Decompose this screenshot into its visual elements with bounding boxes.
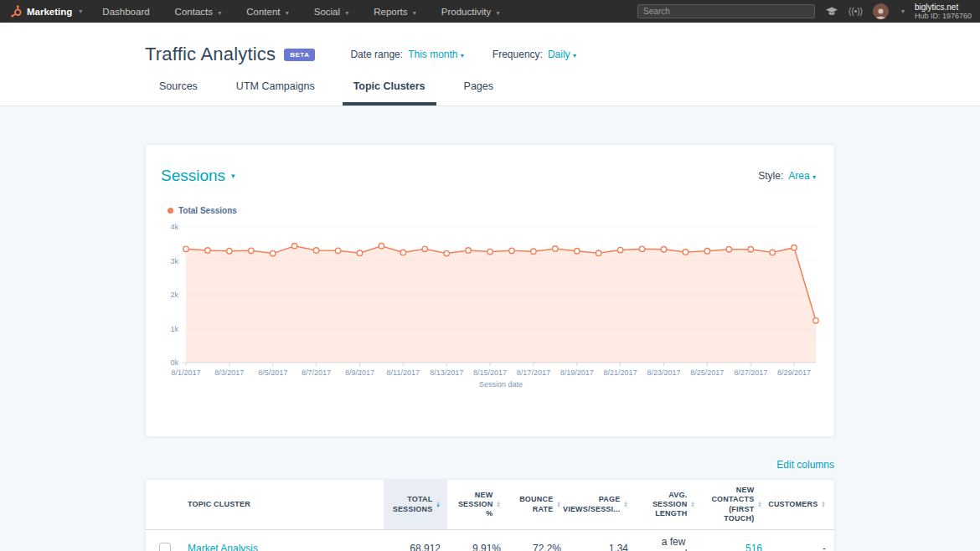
page-title: Traffic Analytics [145, 44, 276, 65]
nav-item-reports[interactable]: Reports ▾ [374, 7, 416, 17]
topic-clusters-table: TOPIC CLUSTER TOTAL SESSIONS▲▼ NEW SESSI… [145, 479, 835, 551]
account-info[interactable]: biglytics.net Hub ID: 1976760 [915, 3, 972, 21]
svg-text:8/19/2017: 8/19/2017 [560, 368, 594, 377]
svg-text:8/15/2017: 8/15/2017 [473, 368, 507, 377]
tab-utm-campaigns[interactable]: UTM Campaigns [225, 80, 326, 106]
tab-bar: Sources UTM Campaigns Topic Clusters Pag… [148, 80, 980, 106]
column-header-customers[interactable]: CUSTOMERS▲▼ [769, 480, 833, 529]
sort-icons: ▲▼ [821, 502, 826, 507]
topic-cluster-link[interactable]: Market Analysis [188, 543, 258, 551]
svg-text:1k: 1k [170, 325, 178, 333]
top-nav: Marketing ▾ Dashboard Contacts ▾ Content… [0, 0, 980, 23]
svg-text:8/25/2017: 8/25/2017 [690, 368, 724, 377]
svg-text:Session date: Session date [479, 380, 523, 389]
sessions-chart-card: Sessions ▾ Style: Area ▾ Total Sessions … [145, 144, 835, 437]
svg-text:3k: 3k [170, 257, 178, 265]
style-select[interactable]: Area ▾ [788, 170, 816, 182]
account-hub-id: Hub ID: 1976760 [915, 12, 972, 20]
chevron-down-icon[interactable]: ▾ [901, 8, 905, 15]
metric-selector[interactable]: Sessions ▾ [161, 167, 821, 185]
svg-text:8/29/2017: 8/29/2017 [777, 368, 811, 377]
column-header-total-sessions[interactable]: TOTAL SESSIONS▲▼ [384, 480, 447, 529]
sort-icons: ▲▼ [496, 502, 501, 507]
user-avatar[interactable] [873, 3, 889, 19]
frequency-select[interactable]: Daily ▾ [548, 49, 576, 60]
legend-dot-icon [168, 208, 173, 214]
total-sessions-value: 68,912 [384, 530, 447, 551]
svg-text:8/3/2017: 8/3/2017 [214, 368, 244, 377]
nav-item-dashboard[interactable]: Dashboard [102, 7, 149, 17]
sort-icons: ▲▼ [757, 502, 762, 507]
brand-menu[interactable]: Marketing ▾ [10, 5, 82, 18]
page-header: Traffic Analytics BETA Date range: This … [0, 23, 980, 106]
tab-topic-clusters[interactable]: Topic Clusters [343, 80, 436, 106]
hubspot-logo-icon [10, 5, 23, 18]
academy-icon[interactable] [825, 7, 838, 17]
customers-value: - [769, 530, 833, 551]
search-input[interactable] [637, 4, 815, 18]
nav-item-contacts[interactable]: Contacts ▾ [175, 7, 222, 17]
svg-text:8/9/2017: 8/9/2017 [345, 368, 374, 377]
main-content: Sessions ▾ Style: Area ▾ Total Sessions … [0, 106, 980, 551]
svg-text:8/7/2017: 8/7/2017 [302, 368, 331, 377]
sessions-area-chart: 0k1k2k3k4k8/1/20178/3/20178/5/20178/7/20… [159, 219, 821, 399]
svg-text:8/5/2017: 8/5/2017 [258, 368, 287, 377]
table-header-row: TOPIC CLUSTER TOTAL SESSIONS▲▼ NEW SESSI… [146, 480, 834, 530]
row-checkbox[interactable] [159, 543, 171, 551]
svg-text:8/11/2017: 8/11/2017 [387, 368, 420, 377]
chevron-down-icon: ▾ [231, 172, 235, 180]
date-range-control: Date range: This month ▾ [350, 49, 463, 60]
svg-text:4k: 4k [170, 223, 178, 231]
header-checkbox-cell [146, 480, 181, 529]
date-range-label: Date range: [350, 49, 403, 60]
legend-label: Total Sessions [178, 206, 237, 215]
nav-item-productivity[interactable]: Productivity ▾ [441, 7, 500, 17]
frequency-label: Frequency: [493, 49, 543, 60]
column-header-page-views[interactable]: PAGE VIEWS/SESSI...▲▼ [568, 480, 635, 529]
brand-label: Marketing [27, 7, 72, 17]
chart-legend[interactable]: Total Sessions [168, 206, 821, 215]
date-range-select[interactable]: This month ▾ [408, 49, 464, 60]
svg-text:8/27/2017: 8/27/2017 [734, 368, 767, 377]
chart-style-control: Style: Area ▾ [758, 170, 816, 182]
svg-text:8/23/2017: 8/23/2017 [647, 368, 680, 377]
svg-text:0k: 0k [170, 358, 178, 367]
svg-text:8/21/2017: 8/21/2017 [604, 368, 637, 377]
svg-text:8/1/2017: 8/1/2017 [171, 368, 200, 377]
nav-item-content[interactable]: Content ▾ [246, 7, 289, 17]
chevron-down-icon: ▾ [812, 173, 816, 181]
edit-columns-link[interactable]: Edit columns [776, 459, 834, 471]
account-domain: biglytics.net [915, 3, 972, 13]
bounce-rate-value: 72.2% [508, 530, 568, 551]
sort-icons: ▲▼ [436, 502, 441, 507]
svg-text:8/17/2017: 8/17/2017 [517, 368, 550, 377]
page-views-value: 1.34 [568, 530, 635, 551]
chevron-down-icon: ▾ [413, 9, 416, 17]
column-header-bounce-rate[interactable]: BOUNCE RATE▲▼ [508, 480, 568, 529]
style-label: Style: [758, 170, 783, 182]
sort-icons: ▲▼ [556, 502, 561, 507]
chevron-down-icon: ▾ [573, 52, 576, 59]
chevron-down-icon: ▾ [496, 9, 499, 17]
tab-pages[interactable]: Pages [453, 80, 504, 106]
chevron-down-icon: ▾ [461, 52, 464, 59]
nav-right: ((•)) ▾ biglytics.net Hub ID: 1976760 [637, 3, 972, 21]
new-contacts-link[interactable]: 516 [745, 543, 762, 551]
nav-item-social[interactable]: Social ▾ [314, 7, 349, 17]
column-header-new-contacts[interactable]: NEW CONTACTS (FIRST TOUCH)▲▼ [702, 480, 769, 529]
chevron-down-icon: ▾ [286, 9, 289, 17]
chevron-down-icon: ▾ [345, 9, 348, 17]
avg-session-length-value: a few seconds [652, 537, 695, 551]
svg-text:8/13/2017: 8/13/2017 [430, 368, 463, 377]
table-row: Market Analysis 68,912 9.91% 72.2% 1.34 … [146, 530, 834, 551]
column-header-topic-cluster: TOPIC CLUSTER [181, 480, 384, 529]
column-header-avg-session-length[interactable]: AVG. SESSION LENGTH▲▼ [635, 480, 702, 529]
svg-text:2k: 2k [170, 291, 178, 299]
column-header-new-session-pct[interactable]: NEW SESSION %▲▼ [447, 480, 508, 529]
nav-items: Dashboard Contacts ▾ Content ▾ Social ▾ … [102, 7, 499, 17]
notifications-beacon-icon[interactable]: ((•)) [848, 7, 863, 16]
beta-badge: BETA [284, 49, 315, 61]
sort-icons: ▲▼ [690, 502, 695, 507]
tab-sources[interactable]: Sources [148, 80, 209, 106]
sort-icons: ▲▼ [623, 502, 628, 507]
